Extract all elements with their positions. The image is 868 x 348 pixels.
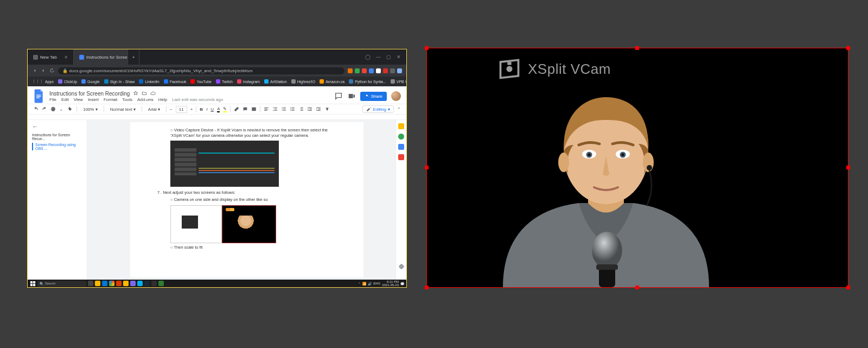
- indent-less-icon[interactable]: [307, 106, 312, 112]
- cloud-icon[interactable]: [150, 91, 156, 96]
- explorer-icon[interactable]: [95, 281, 100, 286]
- bookmark-item[interactable]: Highrez/IO: [291, 79, 315, 84]
- screen-capture-source[interactable]: New Tab Instructions for Screen Recordin…: [27, 49, 407, 288]
- bookmark-item[interactable]: Sign In - Shaw: [104, 79, 135, 84]
- volume-icon[interactable]: 🔊: [368, 282, 372, 286]
- notifications-icon[interactable]: 💬: [400, 282, 404, 286]
- tasks-icon[interactable]: [398, 134, 404, 140]
- underline-icon[interactable]: U: [210, 107, 214, 112]
- highlight-icon[interactable]: ✎: [223, 106, 227, 112]
- meet-icon[interactable]: [347, 92, 356, 100]
- keep-icon[interactable]: [398, 123, 404, 129]
- menu-item[interactable]: File: [49, 97, 56, 102]
- menu-item[interactable]: Help: [158, 97, 167, 102]
- doc-title[interactable]: Instructions for Screen Recording: [49, 91, 130, 97]
- reload-icon[interactable]: [49, 68, 55, 73]
- share-button[interactable]: Share: [360, 92, 387, 101]
- back-icon[interactable]: [32, 68, 37, 73]
- add-comment-icon[interactable]: [242, 106, 248, 112]
- bookmark-item[interactable]: VPB Vancouver Rib...: [391, 79, 406, 84]
- resize-handle[interactable]: [635, 46, 639, 50]
- menu-item[interactable]: Add-ons: [137, 97, 154, 102]
- edge-icon[interactable]: [102, 281, 107, 286]
- size-minus[interactable]: −: [170, 107, 173, 112]
- line-spacing-icon[interactable]: [272, 106, 278, 112]
- resize-handle[interactable]: [425, 166, 429, 169]
- menu-item[interactable]: View: [74, 97, 83, 102]
- undo-icon[interactable]: [33, 106, 39, 112]
- bookmark-item[interactable]: ArtStation: [264, 79, 287, 84]
- outline-back-icon[interactable]: ←: [32, 123, 82, 130]
- bookmark-item[interactable]: Google: [81, 79, 100, 84]
- bookmark-item[interactable]: ⋮⋮⋮Apps: [32, 79, 54, 84]
- browser-tab-active[interactable]: Instructions for Screen Recordin...: [74, 49, 128, 65]
- ext-icon[interactable]: [369, 68, 374, 73]
- app-icon[interactable]: [123, 281, 129, 286]
- size-plus[interactable]: +: [190, 107, 193, 112]
- italic-icon[interactable]: I: [206, 107, 207, 112]
- tray-chevron-icon[interactable]: ⌃: [358, 282, 361, 286]
- bookmark-item[interactable]: ClickUp: [58, 79, 77, 84]
- document-canvas[interactable]: Video Capture Device - If Xsplit Vcam is…: [87, 120, 406, 280]
- clock-date[interactable]: 2021-05-23: [382, 283, 399, 287]
- circle-icon[interactable]: ◯: [365, 54, 371, 60]
- image-icon[interactable]: [251, 106, 257, 112]
- resize-handle[interactable]: [846, 166, 850, 169]
- font-select[interactable]: Arial ▾: [145, 106, 163, 112]
- menu-item[interactable]: Edit: [61, 97, 69, 102]
- network-icon[interactable]: 📶: [362, 282, 366, 286]
- bookmark-item[interactable]: LinkedIn: [139, 79, 159, 84]
- browser-tab[interactable]: New Tab: [28, 49, 74, 65]
- system-tray[interactable]: ⌃ 📶 🔊 ENG 9:11 PM 2021-05-23 💬: [358, 280, 404, 287]
- outline-item[interactable]: Instructions for Screen Recor...: [32, 133, 82, 141]
- ext-icon[interactable]: [376, 68, 381, 73]
- align-left-icon[interactable]: [264, 106, 269, 112]
- resize-handle[interactable]: [425, 46, 429, 50]
- redo-icon[interactable]: [42, 106, 47, 112]
- ext-icon[interactable]: [383, 68, 388, 73]
- bullet-list-icon[interactable]: [290, 106, 295, 112]
- obs-icon[interactable]: [151, 281, 157, 286]
- app-icon[interactable]: [158, 281, 164, 286]
- office-icon[interactable]: [116, 281, 122, 286]
- resize-handle[interactable]: [425, 286, 429, 289]
- collapse-icon[interactable]: ⌃: [397, 107, 401, 112]
- app-icon[interactable]: [130, 281, 136, 286]
- docs-logo-icon[interactable]: [33, 88, 45, 104]
- ruler[interactable]: [28, 115, 406, 120]
- ext-icon[interactable]: [348, 68, 353, 73]
- zoom-select[interactable]: 100% ▾: [80, 106, 100, 112]
- forward-icon[interactable]: [41, 68, 46, 73]
- maximize-icon[interactable]: ▢: [386, 54, 391, 60]
- embedded-screenshot[interactable]: [170, 205, 276, 243]
- resize-handle[interactable]: [635, 286, 639, 289]
- bookmark-item[interactable]: Amazon.ca: [320, 79, 344, 84]
- bookmark-item[interactable]: Twitch: [216, 79, 233, 84]
- font-size-input[interactable]: 11: [176, 106, 187, 113]
- ext-icon[interactable]: [390, 68, 395, 73]
- contacts-icon[interactable]: [398, 154, 404, 160]
- steam-icon[interactable]: [144, 281, 150, 286]
- text-color-icon[interactable]: A: [217, 106, 220, 112]
- calendar-icon[interactable]: [398, 144, 404, 150]
- menu-item[interactable]: Insert: [88, 97, 99, 102]
- chrome-icon[interactable]: [109, 281, 114, 286]
- bold-icon[interactable]: B: [200, 107, 203, 112]
- menu-item[interactable]: Format: [104, 97, 117, 102]
- ext-icon[interactable]: [355, 68, 360, 73]
- spellcheck-icon[interactable]: [59, 106, 65, 112]
- menu-item[interactable]: Tools: [122, 97, 132, 102]
- ext-menu-icon[interactable]: [397, 68, 402, 73]
- link-icon[interactable]: [234, 106, 239, 112]
- last-edit-label[interactable]: Last edit was seconds ago: [172, 97, 223, 102]
- task-view-icon[interactable]: [88, 281, 93, 286]
- checklist-icon[interactable]: [281, 106, 286, 112]
- language-indicator[interactable]: ENG: [373, 282, 380, 285]
- explore-icon[interactable]: [398, 263, 404, 269]
- account-avatar[interactable]: [391, 91, 401, 101]
- bookmark-item[interactable]: Python for Synta...: [349, 79, 386, 84]
- camera-source-selected[interactable]: XSplit VCam: [426, 48, 848, 288]
- url-field[interactable]: 🔒 docs.google.com/document/d/1hHvRGYkYdA…: [58, 67, 344, 74]
- outline-item-active[interactable]: Screen Recording using OBS ...: [32, 143, 82, 150]
- style-select[interactable]: Normal text ▾: [107, 106, 138, 112]
